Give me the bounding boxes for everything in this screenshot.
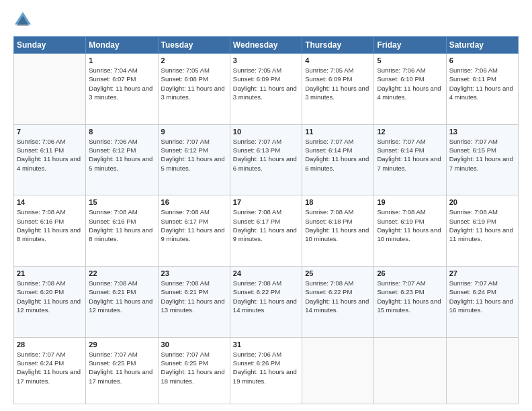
- day-number: 4: [305, 56, 371, 64]
- day-info: Sunrise: 7:08 AMSunset: 6:19 PMDaylight:…: [449, 208, 515, 243]
- day-info: Sunrise: 7:06 AMSunset: 6:26 PMDaylight:…: [233, 350, 299, 385]
- day-info: Sunrise: 7:07 AMSunset: 6:24 PMDaylight:…: [449, 279, 515, 314]
- day-info: Sunrise: 7:05 AMSunset: 6:09 PMDaylight:…: [305, 66, 371, 101]
- calendar-cell: 28Sunrise: 7:07 AMSunset: 6:24 PMDayligh…: [14, 337, 86, 404]
- day-info: Sunrise: 7:07 AMSunset: 6:24 PMDaylight:…: [17, 350, 83, 385]
- day-info: Sunrise: 7:08 AMSunset: 6:18 PMDaylight:…: [305, 208, 371, 243]
- calendar-cell: 31Sunrise: 7:06 AMSunset: 6:26 PMDayligh…: [230, 337, 302, 404]
- calendar-cell: 29Sunrise: 7:07 AMSunset: 6:25 PMDayligh…: [86, 337, 158, 404]
- calendar-cell: 30Sunrise: 7:07 AMSunset: 6:25 PMDayligh…: [158, 337, 230, 404]
- logo: [13, 11, 35, 30]
- week-row-0: 1Sunrise: 7:04 AMSunset: 6:07 PMDaylight…: [14, 54, 519, 125]
- calendar-cell: 15Sunrise: 7:08 AMSunset: 6:16 PMDayligh…: [86, 195, 158, 267]
- calendar-cell: [14, 54, 86, 125]
- day-number: 1: [89, 56, 154, 64]
- day-number: 31: [233, 340, 299, 349]
- weekday-header-row: SundayMondayTuesdayWednesdayThursdayFrid…: [14, 37, 519, 54]
- day-number: 26: [377, 269, 443, 277]
- calendar-cell: 2Sunrise: 7:05 AMSunset: 6:08 PMDaylight…: [158, 54, 230, 125]
- calendar-cell: 9Sunrise: 7:07 AMSunset: 6:12 PMDaylight…: [158, 124, 230, 195]
- day-number: 25: [305, 269, 371, 277]
- day-number: 30: [161, 340, 227, 349]
- calendar-cell: 12Sunrise: 7:07 AMSunset: 6:14 PMDayligh…: [374, 124, 446, 195]
- calendar-cell: 16Sunrise: 7:08 AMSunset: 6:17 PMDayligh…: [158, 195, 230, 267]
- calendar-cell: 1Sunrise: 7:04 AMSunset: 6:07 PMDaylight…: [86, 54, 158, 125]
- calendar-cell: 18Sunrise: 7:08 AMSunset: 6:18 PMDayligh…: [302, 195, 374, 267]
- calendar-cell: 8Sunrise: 7:06 AMSunset: 6:12 PMDaylight…: [86, 124, 158, 195]
- page: SundayMondayTuesdayWednesdayThursdayFrid…: [0, 0, 532, 411]
- day-number: 28: [17, 340, 83, 349]
- calendar-cell: 3Sunrise: 7:05 AMSunset: 6:09 PMDaylight…: [230, 54, 302, 125]
- day-number: 20: [449, 198, 515, 206]
- weekday-friday: Friday: [374, 37, 446, 54]
- day-info: Sunrise: 7:05 AMSunset: 6:08 PMDaylight:…: [161, 66, 227, 101]
- day-info: Sunrise: 7:08 AMSunset: 6:22 PMDaylight:…: [305, 279, 371, 314]
- day-info: Sunrise: 7:07 AMSunset: 6:25 PMDaylight:…: [161, 350, 227, 385]
- day-number: 11: [305, 128, 371, 136]
- day-number: 9: [161, 128, 227, 136]
- calendar-cell: [446, 337, 518, 404]
- day-info: Sunrise: 7:06 AMSunset: 6:10 PMDaylight:…: [377, 66, 443, 101]
- calendar-cell: 5Sunrise: 7:06 AMSunset: 6:10 PMDaylight…: [374, 54, 446, 125]
- day-number: 19: [377, 198, 443, 206]
- day-number: 10: [233, 128, 299, 136]
- day-number: 3: [233, 56, 299, 64]
- day-info: Sunrise: 7:07 AMSunset: 6:25 PMDaylight:…: [89, 350, 154, 385]
- calendar-cell: 4Sunrise: 7:05 AMSunset: 6:09 PMDaylight…: [302, 54, 374, 125]
- logo-icon: [13, 11, 32, 30]
- day-number: 6: [449, 56, 515, 64]
- day-info: Sunrise: 7:08 AMSunset: 6:19 PMDaylight:…: [377, 208, 443, 243]
- day-info: Sunrise: 7:08 AMSunset: 6:22 PMDaylight:…: [233, 279, 299, 314]
- calendar-cell: 24Sunrise: 7:08 AMSunset: 6:22 PMDayligh…: [230, 266, 302, 337]
- calendar-cell: 23Sunrise: 7:08 AMSunset: 6:21 PMDayligh…: [158, 266, 230, 337]
- calendar-cell: 27Sunrise: 7:07 AMSunset: 6:24 PMDayligh…: [446, 266, 518, 337]
- day-info: Sunrise: 7:06 AMSunset: 6:12 PMDaylight:…: [89, 137, 154, 173]
- day-info: Sunrise: 7:08 AMSunset: 6:21 PMDaylight:…: [89, 279, 154, 314]
- day-info: Sunrise: 7:07 AMSunset: 6:13 PMDaylight:…: [233, 137, 299, 173]
- calendar-cell: 20Sunrise: 7:08 AMSunset: 6:19 PMDayligh…: [446, 195, 518, 267]
- weekday-sunday: Sunday: [14, 37, 86, 54]
- day-number: 13: [449, 128, 515, 136]
- calendar-table: SundayMondayTuesdayWednesdayThursdayFrid…: [13, 36, 519, 404]
- week-row-4: 28Sunrise: 7:07 AMSunset: 6:24 PMDayligh…: [14, 337, 519, 404]
- day-number: 17: [233, 198, 299, 206]
- day-number: 5: [377, 56, 443, 64]
- day-info: Sunrise: 7:07 AMSunset: 6:14 PMDaylight:…: [377, 137, 443, 173]
- day-info: Sunrise: 7:07 AMSunset: 6:12 PMDaylight:…: [161, 137, 227, 173]
- day-info: Sunrise: 7:06 AMSunset: 6:11 PMDaylight:…: [449, 66, 515, 101]
- day-number: 21: [17, 269, 83, 277]
- calendar-cell: 6Sunrise: 7:06 AMSunset: 6:11 PMDaylight…: [446, 54, 518, 125]
- day-number: 12: [377, 128, 443, 136]
- calendar-cell: [374, 337, 446, 404]
- day-info: Sunrise: 7:08 AMSunset: 6:16 PMDaylight:…: [89, 208, 154, 243]
- day-info: Sunrise: 7:07 AMSunset: 6:15 PMDaylight:…: [449, 137, 515, 173]
- calendar-cell: 10Sunrise: 7:07 AMSunset: 6:13 PMDayligh…: [230, 124, 302, 195]
- day-number: 24: [233, 269, 299, 277]
- calendar-cell: 25Sunrise: 7:08 AMSunset: 6:22 PMDayligh…: [302, 266, 374, 337]
- day-info: Sunrise: 7:07 AMSunset: 6:23 PMDaylight:…: [377, 279, 443, 314]
- weekday-wednesday: Wednesday: [230, 37, 302, 54]
- calendar-cell: 26Sunrise: 7:07 AMSunset: 6:23 PMDayligh…: [374, 266, 446, 337]
- calendar-cell: 22Sunrise: 7:08 AMSunset: 6:21 PMDayligh…: [86, 266, 158, 337]
- calendar-cell: 13Sunrise: 7:07 AMSunset: 6:15 PMDayligh…: [446, 124, 518, 195]
- day-info: Sunrise: 7:05 AMSunset: 6:09 PMDaylight:…: [233, 66, 299, 101]
- weekday-tuesday: Tuesday: [158, 37, 230, 54]
- day-number: 29: [89, 340, 154, 349]
- day-number: 23: [161, 269, 227, 277]
- calendar-cell: 21Sunrise: 7:08 AMSunset: 6:20 PMDayligh…: [14, 266, 86, 337]
- day-info: Sunrise: 7:08 AMSunset: 6:17 PMDaylight:…: [161, 208, 227, 243]
- day-info: Sunrise: 7:04 AMSunset: 6:07 PMDaylight:…: [89, 66, 154, 101]
- calendar-cell: [302, 337, 374, 404]
- day-info: Sunrise: 7:08 AMSunset: 6:17 PMDaylight:…: [233, 208, 299, 243]
- week-row-2: 14Sunrise: 7:08 AMSunset: 6:16 PMDayligh…: [14, 195, 519, 267]
- day-number: 27: [449, 269, 515, 277]
- day-info: Sunrise: 7:06 AMSunset: 6:11 PMDaylight:…: [17, 137, 83, 173]
- calendar-cell: 7Sunrise: 7:06 AMSunset: 6:11 PMDaylight…: [14, 124, 86, 195]
- day-info: Sunrise: 7:08 AMSunset: 6:16 PMDaylight:…: [17, 208, 83, 243]
- week-row-1: 7Sunrise: 7:06 AMSunset: 6:11 PMDaylight…: [14, 124, 519, 195]
- day-number: 18: [305, 198, 371, 206]
- weekday-thursday: Thursday: [302, 37, 374, 54]
- day-number: 16: [161, 198, 227, 206]
- calendar-cell: 19Sunrise: 7:08 AMSunset: 6:19 PMDayligh…: [374, 195, 446, 267]
- weekday-monday: Monday: [86, 37, 158, 54]
